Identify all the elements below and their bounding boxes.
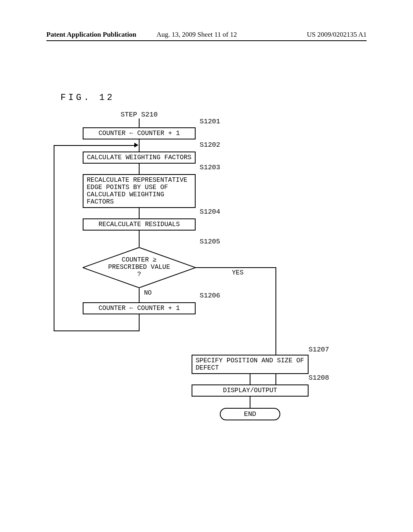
flow-loop-line — [54, 174, 54, 208]
patent-header: Patent Application Publication Aug. 13, … — [46, 31, 367, 41]
process-s1206: COUNTER ← COUNTER + 1 — [83, 302, 196, 314]
header-date-sheet: Aug. 13, 2009 Sheet 11 of 12 — [156, 31, 237, 39]
flow-loop-line — [54, 302, 54, 314]
step-number-s1203: S1203 — [200, 164, 220, 171]
step-number-s1205: S1205 — [200, 238, 220, 245]
step-number-s1204: S1204 — [200, 208, 220, 216]
flow-connector — [139, 288, 140, 302]
decision-s1205: COUNTER ≥ PRESCRIBED VALUE ? YES — [83, 247, 196, 288]
decision-no-label: NO — [144, 289, 152, 297]
flow-connector — [139, 231, 140, 247]
flow-loop-line — [54, 145, 135, 146]
flow-connector — [139, 118, 140, 127]
flow-yes-line — [275, 314, 276, 355]
flowchart: STEP S210 S1201 COUNTER ← COUNTER + 1 S1… — [50, 111, 317, 420]
flow-loop-line — [54, 208, 54, 218]
flow-entry-label: STEP S210 — [83, 111, 196, 118]
decision-text: COUNTER ≥ PRESCRIBED VALUE ? — [83, 256, 196, 278]
process-s1208: DISPLAY/OUTPUT — [192, 384, 309, 397]
process-s1204: RECALCULATE RESIDUALS — [83, 218, 196, 231]
flow-connector — [139, 139, 140, 152]
flow-yes-line — [196, 267, 276, 268]
flow-loop-line — [54, 314, 54, 330]
figure-label: FIG. 12 — [60, 93, 115, 103]
flow-loop-line — [54, 164, 54, 174]
step-number-s1202: S1202 — [200, 141, 220, 149]
flow-yes-line — [275, 302, 276, 314]
header-publication: Patent Application Publication — [46, 31, 136, 39]
flow-loop-line — [54, 145, 54, 164]
flow-loop-line — [54, 218, 54, 231]
decision-yes-label: YES — [232, 269, 244, 276]
flow-connector — [139, 314, 140, 330]
terminator-end: END — [220, 408, 280, 420]
flow-connector — [250, 374, 250, 384]
arrowhead-icon — [134, 143, 138, 148]
flow-loop-line — [54, 231, 54, 247]
process-s1207: SPECIFY POSITION AND SIZE OF DEFECT — [192, 355, 309, 374]
flow-loop-line — [54, 288, 54, 302]
process-s1203: RECALCULATE REPRESENTATIVE EDGE POINTS B… — [83, 174, 196, 208]
flow-yes-line — [275, 288, 276, 302]
step-number-s1206: S1206 — [200, 292, 220, 299]
process-s1201: COUNTER ← COUNTER + 1 — [83, 127, 196, 139]
flow-loop-line — [54, 247, 54, 288]
step-number-s1201: S1201 — [200, 118, 220, 125]
process-s1202: CALCULATE WEIGHTING FACTORS — [83, 152, 196, 164]
flow-connector — [139, 208, 140, 218]
step-number-s1208: S1208 — [309, 374, 329, 382]
header-patent-number: US 2009/0202135 A1 — [307, 31, 367, 39]
step-number-s1207: S1207 — [309, 346, 329, 353]
flow-connector — [139, 164, 140, 174]
flow-connector — [250, 397, 250, 408]
flow-loop-line — [54, 330, 140, 331]
